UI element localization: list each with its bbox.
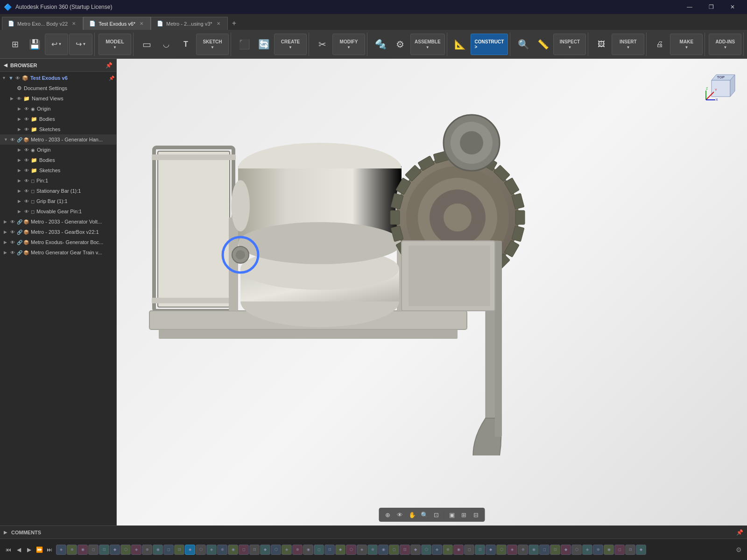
timeline-play-btn[interactable]: ▶ bbox=[24, 545, 34, 554]
timeline-step-18[interactable]: ⊡ bbox=[249, 545, 260, 555]
timeline-step-16[interactable]: ◉ bbox=[228, 545, 238, 555]
timeline-step-45[interactable]: ◻ bbox=[539, 545, 550, 555]
timeline-step-12[interactable]: ◆ bbox=[185, 545, 195, 555]
timeline-step-35[interactable]: ◈ bbox=[432, 545, 442, 555]
make-dropdown[interactable]: MAKE ▼ bbox=[670, 34, 703, 55]
timeline-step-40[interactable]: ◆ bbox=[486, 545, 496, 555]
insert-dropdown[interactable]: INSERT ▼ bbox=[612, 34, 644, 55]
timeline-step-20[interactable]: ⬡ bbox=[271, 545, 281, 555]
timeline-step-24[interactable]: ◻ bbox=[314, 545, 324, 555]
model-dropdown[interactable]: MODEL ▼ bbox=[99, 34, 131, 55]
timeline-step-13[interactable]: ⬡ bbox=[196, 545, 206, 555]
assemble-btn2[interactable]: ⚙ bbox=[391, 34, 409, 55]
timeline-step-10[interactable]: ◻ bbox=[163, 545, 174, 555]
timeline-step-50[interactable]: ⊕ bbox=[593, 545, 603, 555]
tab-metro-v3[interactable]: 📄 Metro - 2...using v3* ✕ bbox=[151, 17, 227, 30]
timeline-step-43[interactable]: ⊕ bbox=[518, 545, 528, 555]
timeline-step-15[interactable]: ⊕ bbox=[217, 545, 227, 555]
timeline-step-42[interactable]: ◈ bbox=[507, 545, 517, 555]
sketch-rect-btn[interactable]: ▭ bbox=[137, 34, 156, 55]
undo-button[interactable]: ↩ ▼ bbox=[45, 34, 68, 55]
timeline-step-7[interactable]: ◈ bbox=[131, 545, 141, 555]
split-btn[interactable]: ⊟ bbox=[471, 509, 482, 520]
tree-metro-volt[interactable]: ▶ 👁 🔗 📦 Metro - 2033 - Generator Volt... bbox=[0, 217, 116, 227]
grid-btn[interactable]: ⊞ bbox=[458, 509, 470, 520]
assemble-dropdown[interactable]: ASSEMBLE ▼ bbox=[410, 34, 445, 55]
timeline-step-54[interactable]: ◆ bbox=[636, 545, 646, 555]
timeline-step-37[interactable]: ◉ bbox=[453, 545, 464, 555]
tree-m-origin[interactable]: ▶ 👁 ◉ Origin bbox=[0, 145, 116, 155]
timeline-step-17[interactable]: ◻ bbox=[239, 545, 249, 555]
timeline-step-26[interactable]: ◆ bbox=[335, 545, 345, 555]
timeline-step-25[interactable]: ⊡ bbox=[324, 545, 335, 555]
sketch-dropdown[interactable]: SKETCH ▼ bbox=[196, 34, 229, 55]
tree-metro-gearbox[interactable]: ▶ 👁 🔗 📦 Metro - 2033 - GearBox v22:1 bbox=[0, 227, 116, 237]
tree-pin1[interactable]: ▶ 👁 ◻ Pin:1 bbox=[0, 175, 116, 186]
timeline-settings-btn[interactable]: ⚙ bbox=[734, 545, 743, 554]
orbit-btn[interactable]: ⊕ bbox=[382, 509, 394, 520]
make-btn[interactable]: 🖨 bbox=[650, 34, 669, 55]
tab-close-btn[interactable]: ✕ bbox=[138, 21, 145, 27]
timeline-last-btn[interactable]: ⏭ bbox=[45, 545, 54, 554]
timeline-step-30[interactable]: ◉ bbox=[378, 545, 388, 555]
timeline-step-1[interactable]: ⊕ bbox=[67, 545, 77, 555]
browser-collapse-icon[interactable]: ◀ bbox=[4, 63, 7, 68]
inspect-dropdown[interactable]: INSPECT ▼ bbox=[553, 34, 586, 55]
timeline-step-33[interactable]: ◆ bbox=[410, 545, 421, 555]
sketch-text-btn[interactable]: T bbox=[176, 34, 195, 55]
assemble-btn[interactable]: 🔩 bbox=[371, 34, 390, 55]
tree-m-sketches[interactable]: ▶ 👁 📁 Sketches bbox=[0, 165, 116, 175]
modify-dropdown[interactable]: MODIFY ▼ bbox=[332, 34, 365, 55]
timeline-step-2[interactable]: ◉ bbox=[78, 545, 88, 555]
tree-movable-gear-pin[interactable]: ▶ 👁 ◻ Movable Gear Pin:1 bbox=[0, 206, 116, 217]
new-tab-button[interactable]: + bbox=[228, 17, 241, 30]
timeline-step-19[interactable]: ◆ bbox=[260, 545, 270, 555]
maximize-button[interactable]: ❐ bbox=[700, 0, 722, 14]
timeline-step-51[interactable]: ◉ bbox=[604, 545, 614, 555]
create-extrude-btn[interactable]: ⬛ bbox=[235, 34, 254, 55]
pan-btn[interactable]: ✋ bbox=[407, 509, 418, 520]
tree-root[interactable]: ▼ ▼ 👁 📦 Test Exodus v6 📌 bbox=[0, 73, 116, 83]
zoom-btn[interactable]: 🔍 bbox=[419, 509, 430, 520]
comments-pin-icon[interactable]: 📌 bbox=[736, 529, 743, 536]
create-dropdown[interactable]: CREATE ▼ bbox=[274, 34, 307, 55]
browser-pin-icon[interactable]: 📌 bbox=[106, 62, 113, 69]
modify-btn[interactable]: ✂ bbox=[313, 34, 331, 55]
construct-dropdown[interactable]: CONSTRUCT > bbox=[471, 34, 508, 55]
timeline-step-53[interactable]: ⊡ bbox=[625, 545, 635, 555]
view-cube[interactable]: TOP Y Z X bbox=[702, 66, 740, 104]
create-revolve-btn[interactable]: 🔄 bbox=[254, 34, 273, 55]
tree-origin[interactable]: ▶ 👁 ◉ Origin bbox=[0, 104, 116, 114]
fit-btn[interactable]: ⊡ bbox=[431, 509, 442, 520]
timeline-step-0[interactable]: ◈ bbox=[56, 545, 66, 555]
inspect-btn[interactable]: 🔍 bbox=[514, 34, 533, 55]
timeline-step-41[interactable]: ⬡ bbox=[496, 545, 507, 555]
tree-metro-exodus-boc[interactable]: ▶ 👁 🔗 📦 Metro Exodus- Generator Boc... bbox=[0, 237, 116, 247]
display-mode-btn[interactable]: ▣ bbox=[446, 509, 458, 520]
timeline-step-39[interactable]: ⊡ bbox=[475, 545, 485, 555]
timeline-prev-btn[interactable]: ◀ bbox=[14, 545, 23, 554]
tree-metro-han[interactable]: ▼ 👁 🔗 📦 Metro - 2033 - Generator Han... bbox=[0, 134, 116, 145]
tab-close-btn[interactable]: ✕ bbox=[70, 21, 77, 27]
tab-close-btn[interactable]: ✕ bbox=[215, 21, 222, 27]
timeline-step-4[interactable]: ⊡ bbox=[99, 545, 109, 555]
tab-body-v22[interactable]: 📄 Metro Exo... Body v22 ✕ bbox=[2, 17, 83, 30]
tree-grip-bar[interactable]: ▶ 👁 ◻ Grip Bar (1):1 bbox=[0, 196, 116, 206]
timeline-step-21[interactable]: ◈ bbox=[282, 545, 292, 555]
timeline-next-btn[interactable]: ⏩ bbox=[35, 545, 44, 554]
timeline-step-52[interactable]: ◻ bbox=[614, 545, 625, 555]
look-btn[interactable]: 👁 bbox=[395, 509, 406, 520]
redo-button[interactable]: ↪ ▼ bbox=[69, 34, 92, 55]
timeline-first-btn[interactable]: ⏮ bbox=[4, 545, 13, 554]
insert-btn[interactable]: 🖼 bbox=[592, 34, 611, 55]
minimize-button[interactable]: — bbox=[679, 0, 700, 14]
comments-arrow-icon[interactable]: ▶ bbox=[4, 530, 7, 535]
timeline-step-8[interactable]: ⊕ bbox=[142, 545, 152, 555]
tab-test-exodus[interactable]: 📄 Test Exodus v6* ✕ bbox=[83, 17, 151, 30]
tree-named-views[interactable]: ▶ 👁 📁 Named Views bbox=[0, 93, 116, 104]
timeline-step-44[interactable]: ◉ bbox=[529, 545, 539, 555]
tree-bodies[interactable]: ▶ 👁 📁 Bodies bbox=[0, 114, 116, 124]
timeline-step-23[interactable]: ◉ bbox=[303, 545, 313, 555]
sketch-arc-btn[interactable]: ◡ bbox=[157, 34, 176, 55]
tree-doc-settings[interactable]: ⚙ Document Settings bbox=[0, 83, 116, 93]
